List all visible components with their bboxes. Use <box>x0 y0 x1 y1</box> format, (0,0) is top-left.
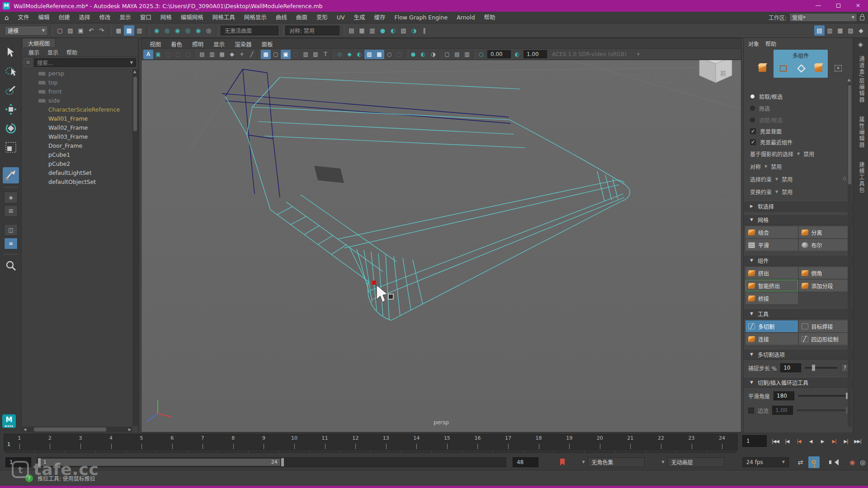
viewport-menu-item[interactable]: 照明 <box>188 38 208 48</box>
exposure-icon[interactable]: ○ <box>476 50 486 59</box>
motion-blur-icon[interactable]: ◐ <box>418 50 428 59</box>
film-gate-icon[interactable]: ▢ <box>271 50 281 59</box>
shading-c-icon[interactable]: ▢ <box>183 50 193 59</box>
animation-end-field[interactable]: 48 <box>513 457 538 467</box>
shading-b-icon[interactable]: ▢ <box>173 50 183 59</box>
fps-select[interactable]: 24 fps ▼ <box>742 457 789 467</box>
vertex-mode-button[interactable] <box>776 61 790 75</box>
step-forward-key-button[interactable]: ▶| <box>828 434 840 448</box>
frame-tick[interactable]: 23 <box>676 434 707 450</box>
menu-item[interactable]: 编辑网格 <box>176 12 208 23</box>
four-pane-layout-button[interactable]: ⊞ <box>4 205 18 217</box>
viewport-menu-item[interactable]: 渲染器 <box>230 38 256 48</box>
range-end-handle[interactable] <box>281 458 284 466</box>
new-scene-icon[interactable]: ▢ <box>55 25 65 36</box>
frame-tick[interactable]: 3 <box>65 434 96 450</box>
toolkit-menu-item[interactable]: 对象 <box>748 40 759 48</box>
menu-item[interactable]: 文件 <box>14 12 34 23</box>
menu-item[interactable]: 网格 <box>156 12 176 23</box>
magnifier-icon[interactable] <box>3 258 19 274</box>
object-mode-button[interactable] <box>755 61 769 75</box>
menu-item[interactable]: 创建 <box>54 12 75 23</box>
hypershade-icon[interactable]: ◐ <box>388 25 398 36</box>
play-forwards-button[interactable]: ▶ <box>816 434 828 448</box>
default-material-icon[interactable]: ◐ <box>354 50 364 59</box>
outliner-horizontal-scrollbar[interactable]: ◀▶ <box>22 427 132 432</box>
select-hierarchy-icon[interactable]: ▩ <box>113 25 124 36</box>
shading-a-icon[interactable]: ▢ <box>163 50 173 59</box>
maximize-button[interactable] <box>828 0 848 12</box>
outliner-item[interactable]: Wall01_Frame <box>22 114 132 123</box>
menu-item[interactable]: 修改 <box>95 12 115 23</box>
smart-extrude-button[interactable]: 智能挤出 <box>745 280 798 291</box>
outliner-menu-item[interactable]: 帮助 <box>63 47 81 56</box>
pause-viewport-icon[interactable]: ∥ <box>419 25 429 36</box>
menu-item[interactable]: 生成 <box>349 12 369 23</box>
viewport-canvas[interactable]: 上 前 persp <box>142 60 741 432</box>
viewport-menu-item[interactable]: 显示 <box>209 38 229 48</box>
menu-item[interactable]: 曲面 <box>292 12 312 23</box>
frame-tick[interactable]: 6 <box>157 434 188 450</box>
go-to-end-button[interactable]: ▶▶| <box>852 434 863 448</box>
sync-icon[interactable]: ◉ <box>847 457 857 468</box>
divider[interactable] <box>257 50 261 59</box>
rotate-tool-button[interactable] <box>3 120 19 136</box>
menu-item[interactable]: 变形 <box>312 12 332 23</box>
frame-tick[interactable]: 12 <box>340 434 371 450</box>
combine-button[interactable]: 结合 <box>745 226 798 238</box>
menu-set-select[interactable]: 建模 ▼ <box>5 26 48 36</box>
grease-pencil-icon[interactable]: ╱ <box>247 50 257 59</box>
ipr-render-icon[interactable]: ▥ <box>367 25 377 36</box>
field-chart-icon[interactable]: ▥ <box>301 50 311 59</box>
target-weld-button[interactable]: 目标焊接 <box>799 320 851 332</box>
time-slider-track[interactable]: 123456789101112131415161718192021222324 <box>4 434 738 450</box>
outliner-menu-item[interactable]: 显示 <box>44 47 62 56</box>
toolkit-scrollbar[interactable]: ▲▼ <box>848 83 852 427</box>
step-back-frame-button[interactable]: |◀ <box>781 434 793 448</box>
menu-item[interactable]: 窗口 <box>136 12 156 23</box>
frame-tick[interactable]: 2 <box>35 434 66 450</box>
bridge-button[interactable]: 桥接 <box>745 292 798 304</box>
drag-option[interactable]: 拖选 <box>750 102 853 114</box>
make-live-icon[interactable]: ◎ <box>203 25 214 36</box>
quad-draw-button[interactable]: 四边形绘制 <box>799 333 851 345</box>
live-surface-field[interactable]: 无激活曲面 <box>221 26 278 35</box>
home-icon[interactable]: ⌂ <box>5 14 9 22</box>
menu-item[interactable]: 缓存 <box>369 12 390 23</box>
outliner-menu-item[interactable]: 展示 <box>25 47 43 56</box>
mesh-section-header[interactable]: ▼ 网格 <box>744 214 853 225</box>
divider[interactable] <box>404 50 408 59</box>
frame-tick[interactable]: 4 <box>96 434 127 450</box>
character-set-select[interactable]: ▼ 无角色集 <box>582 457 644 467</box>
outliner-vertical-scrollbar[interactable]: ▲ <box>132 69 138 426</box>
exposure-field[interactable]: 0.00 <box>487 50 511 58</box>
redo-icon[interactable]: ↷ <box>96 25 107 36</box>
frame-tick[interactable]: 14 <box>401 434 432 450</box>
minimize-button[interactable]: — <box>808 0 828 12</box>
camera-select-icon[interactable]: ▤ <box>197 50 207 59</box>
toolkit-menu-item[interactable]: 帮助 <box>765 40 776 48</box>
light-editor-icon[interactable]: ◑ <box>409 25 419 36</box>
snap-projected-center-icon[interactable]: ◎ <box>183 25 193 36</box>
snap-step-field[interactable]: 10 <box>780 363 801 372</box>
frame-tick[interactable]: 16 <box>462 434 493 450</box>
frame-tick[interactable]: 22 <box>646 434 676 450</box>
edge-flow-slider[interactable] <box>797 409 849 411</box>
frame-tick[interactable]: 20 <box>585 434 615 450</box>
scale-tool-button[interactable] <box>3 139 19 155</box>
transform-constraint-row[interactable]: 变换约束 ▼ 禁用 <box>744 185 853 198</box>
multi-cut-button[interactable]: 多切割 <box>745 320 798 332</box>
outliner-item[interactable]: pCube2 <box>22 159 132 168</box>
outliner-item[interactable]: defaultObjectSet <box>22 177 132 186</box>
render-setup-icon[interactable]: ▧ <box>398 25 409 36</box>
outliner-item[interactable]: Door_Frame <box>22 141 132 150</box>
select-highlight-icon[interactable]: A <box>143 50 153 59</box>
sidebar-tab[interactable]: 通道盒/层编辑器 <box>854 51 868 108</box>
animation-start-field[interactable]: 1 <box>5 457 31 467</box>
smooth-angle-field[interactable]: 180 <box>774 391 794 400</box>
resolution-gate-icon[interactable]: ▣ <box>281 50 291 59</box>
frame-tick[interactable]: 9 <box>249 434 279 450</box>
smooth-shade-icon[interactable]: ◆ <box>344 50 354 59</box>
grid-toggle-icon[interactable]: ▦ <box>261 50 271 59</box>
range-start-handle[interactable] <box>38 458 41 466</box>
